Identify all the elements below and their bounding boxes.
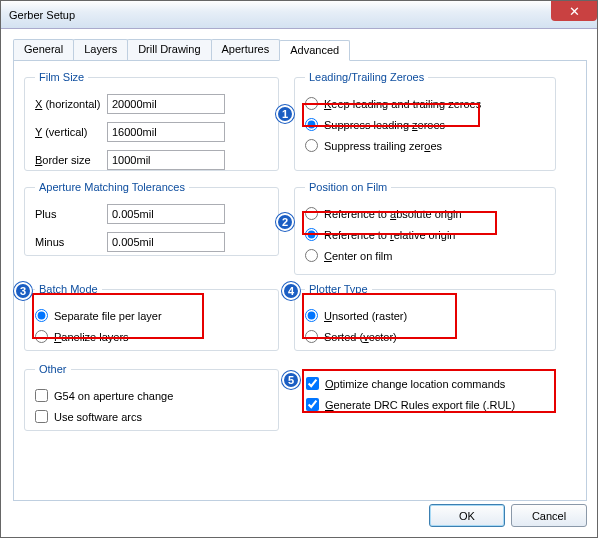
radio-relative-origin[interactable]: Reference to relative origin: [305, 224, 545, 245]
group-plotter: Plotter Type Unsorted (raster) Sorted (v…: [294, 283, 556, 351]
tab-layers[interactable]: Layers: [73, 39, 128, 60]
button-bar: OK Cancel: [429, 504, 587, 527]
check-optimize-change[interactable]: Optimize change location commands: [306, 373, 556, 394]
legend-film-size: Film Size: [35, 71, 88, 83]
ok-button[interactable]: OK: [429, 504, 505, 527]
legend-zeroes: Leading/Trailing Zeroes: [305, 71, 428, 83]
radio-unsorted[interactable]: Unsorted (raster): [305, 305, 545, 326]
radio-center-on-film[interactable]: Center on film: [305, 245, 545, 266]
tab-apertures[interactable]: Apertures: [211, 39, 281, 60]
input-border-size[interactable]: [107, 150, 225, 170]
group-batch-mode: Batch Mode Separate file per layer Panel…: [24, 283, 279, 351]
label-y-vertical: Y (vertical): [35, 126, 107, 138]
group-other: Other G54 on aperture change Use softwar…: [24, 363, 279, 431]
group-position: Position on Film Reference to absolute o…: [294, 181, 556, 275]
legend-batch: Batch Mode: [35, 283, 102, 295]
radio-separate-file[interactable]: Separate file per layer: [35, 305, 268, 326]
radio-suppress-leading[interactable]: Suppress leading zeroes: [305, 114, 545, 135]
close-icon[interactable]: ✕: [551, 1, 597, 21]
label-minus: Minus: [35, 236, 107, 248]
label-x-horizontal: X (horizontal): [35, 98, 107, 110]
tabstrip: General Layers Drill Drawing Apertures A…: [13, 39, 587, 61]
group-extra-options: Optimize change location commands Genera…: [306, 373, 556, 415]
radio-suppress-trailing[interactable]: Suppress trailing zeroes: [305, 135, 545, 156]
tab-drilldrawing[interactable]: Drill Drawing: [127, 39, 211, 60]
radio-sorted[interactable]: Sorted (vector): [305, 326, 545, 347]
check-software-arcs[interactable]: Use software arcs: [35, 406, 268, 427]
check-g54[interactable]: G54 on aperture change: [35, 385, 268, 406]
tab-content: Film Size X (horizontal) Y (vertical) Bo…: [13, 61, 587, 501]
titlebar[interactable]: Gerber Setup ✕: [1, 1, 597, 29]
input-y-vertical[interactable]: [107, 122, 225, 142]
radio-keep-zeroes[interactable]: Keep leading and trailing zeroes: [305, 93, 545, 114]
radio-panelize[interactable]: Panelize layers: [35, 326, 268, 347]
annotation-badge-5: 5: [282, 371, 300, 389]
gerber-setup-window: Gerber Setup ✕ General Layers Drill Draw…: [0, 0, 598, 538]
cancel-button[interactable]: Cancel: [511, 504, 587, 527]
tab-general[interactable]: General: [13, 39, 74, 60]
legend-other: Other: [35, 363, 71, 375]
label-plus: Plus: [35, 208, 107, 220]
group-aperture: Aperture Matching Tolerances Plus Minus: [24, 181, 279, 256]
group-film-size: Film Size X (horizontal) Y (vertical) Bo…: [24, 71, 279, 171]
radio-absolute-origin[interactable]: Reference to absolute origin: [305, 203, 545, 224]
check-generate-drc[interactable]: Generate DRC Rules export file (.RUL): [306, 394, 556, 415]
input-minus[interactable]: [107, 232, 225, 252]
label-border-size: Border size: [35, 154, 107, 166]
input-plus[interactable]: [107, 204, 225, 224]
window-title: Gerber Setup: [9, 9, 75, 21]
legend-plotter: Plotter Type: [305, 283, 372, 295]
legend-position: Position on Film: [305, 181, 391, 193]
input-x-horizontal[interactable]: [107, 94, 225, 114]
group-zeroes: Leading/Trailing Zeroes Keep leading and…: [294, 71, 556, 171]
legend-aperture: Aperture Matching Tolerances: [35, 181, 189, 193]
tab-advanced[interactable]: Advanced: [279, 40, 350, 61]
